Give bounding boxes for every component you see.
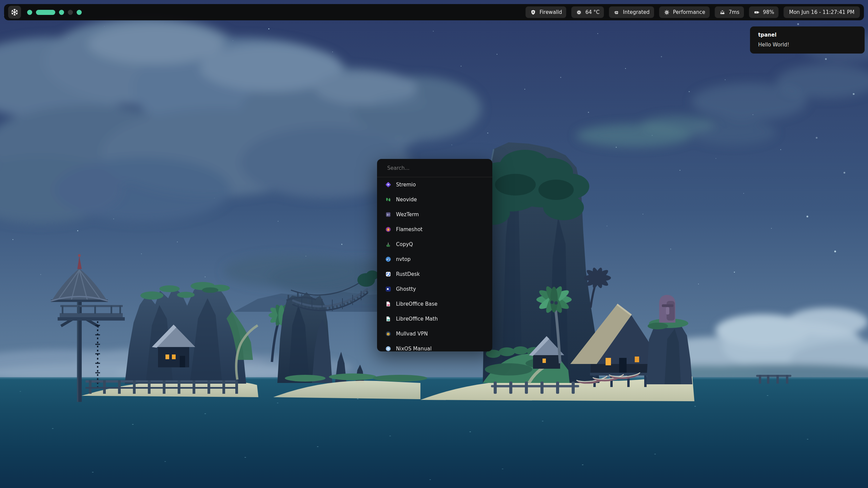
workspace-indicators xyxy=(27,10,82,15)
app-label: WezTerm xyxy=(396,211,419,218)
mullvad-vpn-icon xyxy=(385,331,391,337)
search-input[interactable] xyxy=(377,159,492,177)
clock-label: Mon Jun 16 - 11:27:41 PM xyxy=(789,9,854,15)
notification-title: tpanel xyxy=(758,32,856,38)
network-latency-label: 7ms xyxy=(729,9,739,15)
router-icon xyxy=(719,9,726,16)
workspace-3-occupied[interactable] xyxy=(59,10,64,15)
cpu-chip-icon xyxy=(576,9,582,16)
app-label: Mullvad VPN xyxy=(396,331,428,337)
nixos-manual-icon xyxy=(385,346,391,351)
workspace-5-occupied[interactable] xyxy=(77,10,82,15)
rustdesk-icon xyxy=(385,271,391,277)
firewall-status-chip[interactable]: Firewalld xyxy=(526,6,566,18)
svg-text:$: $ xyxy=(387,213,389,216)
notification-popup[interactable]: tpanel Hello World! xyxy=(750,26,865,54)
app-label: Ghostty xyxy=(396,286,416,292)
app-item-rustdesk[interactable]: RustDesk xyxy=(377,267,492,282)
app-item-libreoffice-base[interactable]: LibreOffice Base xyxy=(377,297,492,311)
battery-label: 98% xyxy=(763,9,774,15)
lit-window xyxy=(542,359,546,363)
app-item-neovide[interactable]: Neovide xyxy=(377,192,492,207)
ghostty-icon xyxy=(385,286,391,292)
app-label: nvtop xyxy=(396,256,411,262)
lit-window xyxy=(172,354,176,359)
battery-icon xyxy=(753,9,760,16)
app-label: CopyQ xyxy=(396,241,413,247)
power-profile-chip[interactable]: Performance xyxy=(659,6,710,18)
flameshot-icon xyxy=(385,226,391,232)
power-profile-label: Performance xyxy=(673,9,705,15)
cpu-temp-label: 64 °C xyxy=(585,9,599,15)
workspace-2-active[interactable] xyxy=(36,10,55,15)
stremio-icon xyxy=(385,182,391,188)
status-area: Firewalld 64 °C xyxy=(526,6,860,18)
copyq-icon xyxy=(385,241,391,247)
lit-window xyxy=(635,357,639,362)
nixos-logo-icon xyxy=(11,8,19,16)
nvtop-icon xyxy=(385,256,391,262)
app-item-wezterm[interactable]: $ WezTerm xyxy=(377,207,492,222)
battery-chip[interactable]: 98% xyxy=(749,6,778,18)
notification-body: Hello World! xyxy=(758,42,856,48)
gpu-mode-chip[interactable]: Integrated xyxy=(609,6,654,18)
app-list: Stremio Neovide $ WezTerm xyxy=(377,177,492,351)
app-label: Flameshot xyxy=(396,226,422,232)
app-item-nixos-manual[interactable]: NixOS Manual xyxy=(377,341,492,351)
workspace-1-occupied[interactable] xyxy=(27,10,32,15)
app-item-libreoffice-math[interactable]: LibreOffice Math xyxy=(377,311,492,326)
app-item-copyq[interactable]: CopyQ xyxy=(377,237,492,252)
desktop: Firewalld 64 °C xyxy=(0,0,868,488)
app-launcher: Stremio Neovide $ WezTerm xyxy=(377,159,492,351)
top-bar: Firewalld 64 °C xyxy=(4,4,864,20)
app-label: LibreOffice Math xyxy=(396,316,438,322)
app-item-stremio[interactable]: Stremio xyxy=(377,177,492,192)
shield-icon xyxy=(530,9,536,16)
libreoffice-math-icon xyxy=(385,316,391,322)
app-label: NixOS Manual xyxy=(396,346,432,351)
app-label: LibreOffice Base xyxy=(396,301,437,307)
gpu-mode-label: Integrated xyxy=(623,9,650,15)
lit-window xyxy=(165,354,169,359)
nixos-menu-button[interactable] xyxy=(8,6,21,19)
app-item-ghostty[interactable]: Ghostty xyxy=(377,282,492,297)
app-label: RustDesk xyxy=(396,271,420,277)
app-label: Stremio xyxy=(396,182,416,188)
cpu-temp-chip[interactable]: 64 °C xyxy=(571,6,604,18)
wezterm-icon: $ xyxy=(385,211,391,218)
lit-window xyxy=(606,358,611,365)
app-item-flameshot[interactable]: Flameshot xyxy=(377,222,492,237)
libreoffice-base-icon xyxy=(385,301,391,307)
app-item-nvtop[interactable]: nvtop xyxy=(377,252,492,267)
workspace-4-empty[interactable] xyxy=(68,10,73,15)
gpu-chip-icon xyxy=(613,9,620,16)
app-item-mullvad-vpn[interactable]: Mullvad VPN xyxy=(377,326,492,341)
gear-icon xyxy=(664,9,670,16)
neovide-icon xyxy=(385,197,391,203)
clock[interactable]: Mon Jun 16 - 11:27:41 PM xyxy=(784,6,860,18)
firewall-label: Firewalld xyxy=(539,9,562,15)
network-latency-chip[interactable]: 7ms xyxy=(715,6,744,18)
app-label: Neovide xyxy=(396,197,417,203)
